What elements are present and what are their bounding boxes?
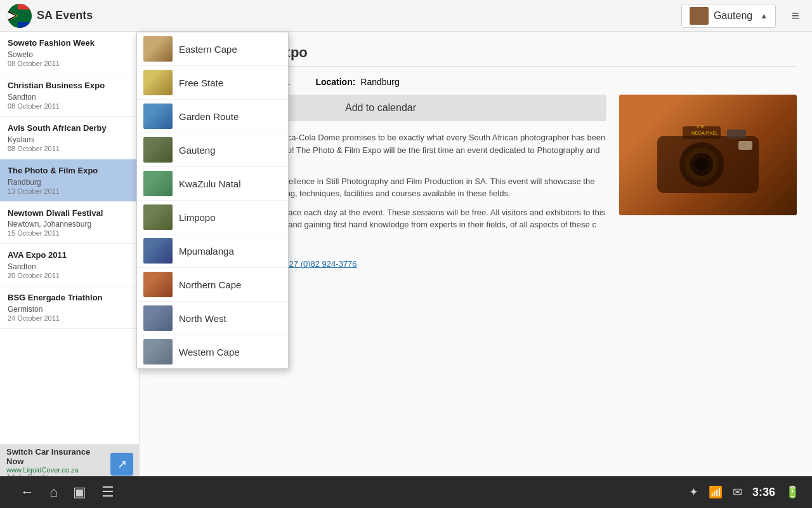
location-label-text: Location: (315, 77, 355, 87)
region-label-western-cape: Western Cape (179, 347, 240, 358)
event-location: Kyalami (8, 135, 131, 144)
bottom-bar: ← ⌂ ▣ ☰ ✦ 📶 ✉ 3:36 🔋 (0, 476, 812, 508)
detail-image-block: 2.8 MEGA PIXEL (619, 95, 797, 269)
event-title: Christian Business Expo (8, 81, 131, 91)
phone2-link[interactable]: +27 (0)82 924-3776 (284, 259, 357, 269)
ad-title: Switch Car Insurance Now (6, 447, 105, 466)
region-selector[interactable]: Gauteng ▲ (681, 4, 776, 28)
svg-rect-3 (18, 4, 32, 10)
svg-text:2.8: 2.8 (697, 124, 704, 130)
event-title: Newtown Diwali Festival (8, 208, 131, 219)
dropdown-item-eastern-cape[interactable]: Eastern Cape (137, 32, 288, 66)
android-icon: ✦ (689, 485, 698, 499)
location-value: Randburg (360, 77, 400, 87)
event-item[interactable]: The Photo & Film ExpoRandburg13 October … (0, 159, 139, 202)
event-item[interactable]: AVA Expo 2011Sandton20 October 2011 (0, 244, 139, 286)
battery-icon: 🔋 (785, 485, 799, 499)
event-title: BSG Energade Triathlon (8, 293, 131, 304)
region-thumb-mpumalanga (143, 238, 173, 264)
event-date: 08 October 2011 (8, 102, 131, 110)
bottom-right-status: ✦ 📶 ✉ 3:36 🔋 (689, 485, 799, 499)
region-thumb-limpopo (143, 204, 173, 230)
dropdown-item-free-state[interactable]: Free State (137, 66, 288, 100)
dropdown-item-western-cape[interactable]: Western Cape (137, 335, 288, 368)
event-location: Sandton (8, 262, 131, 271)
event-item[interactable]: Christian Business ExpoSandton08 October… (0, 74, 139, 117)
event-date: 08 October 2011 (8, 145, 131, 152)
region-label-eastern-cape: Eastern Cape (179, 44, 237, 55)
region-thumb-northern-cape (143, 272, 173, 297)
menu-icon[interactable]: ≡ (786, 5, 804, 27)
region-label-mpumalanga: Mpumalanga (179, 246, 234, 257)
dropdown-item-gauteng[interactable]: Gauteng (137, 133, 288, 167)
ad-url: www.LiquidCover.co.za (6, 466, 105, 474)
app-icon (8, 4, 32, 28)
event-location: Sandton (8, 93, 131, 102)
dropdown-arrow-icon: ▲ (760, 11, 768, 20)
region-label-garden-route: Garden Route (179, 111, 239, 122)
event-date: 13 October 2011 (8, 187, 131, 195)
ad-share-button[interactable]: ↗ (110, 453, 133, 476)
event-title: Avis South African Derby (8, 123, 131, 134)
menu-button[interactable]: ☰ (94, 481, 122, 503)
region-thumb-north-west (143, 305, 173, 331)
dropdown-item-limpopo[interactable]: Limpopo (137, 201, 288, 234)
svg-text:MEGA PIXEL: MEGA PIXEL (691, 131, 718, 135)
recent-apps-button[interactable]: ▣ (65, 481, 94, 503)
region-thumb-garden-route (143, 104, 173, 129)
location-label: Location: Randburg (315, 77, 399, 87)
home-button[interactable]: ⌂ (42, 481, 65, 503)
region-thumbnail (690, 7, 709, 25)
region-label-free-state: Free State (179, 77, 223, 88)
event-item[interactable]: BSG Energade TriathlonGermiston24 Octobe… (0, 286, 139, 329)
svg-point-11 (695, 158, 708, 171)
email-icon: ✉ (733, 485, 742, 499)
main-area: Soweto Fashion WeekSoweto08 October 2011… (0, 32, 812, 483)
event-date: 20 October 2011 (8, 272, 131, 279)
dropdown-item-kwazulu-natal[interactable]: KwaZulu Natal (137, 167, 288, 201)
region-label-north-west: North West (179, 313, 226, 324)
signal-icon: 📶 (709, 485, 723, 499)
event-date: 08 October 2011 (8, 60, 131, 67)
event-location: Soweto (8, 50, 131, 59)
region-thumb-western-cape (143, 339, 173, 364)
region-label-limpopo: Limpopo (179, 212, 216, 223)
event-title: AVA Expo 2011 (8, 250, 131, 261)
event-item[interactable]: Newtown Diwali FestivalNewtown, Johannes… (0, 202, 139, 244)
svg-rect-4 (18, 22, 32, 28)
event-date: 15 October 2011 (8, 229, 131, 237)
region-thumb-free-state (143, 70, 173, 95)
region-label-gauteng: Gauteng (179, 145, 216, 156)
region-label-northern-cape: Northern Cape (179, 279, 241, 290)
event-location: Germiston (8, 305, 131, 314)
app-title: SA Events (37, 9, 359, 22)
dropdown-item-mpumalanga[interactable]: Mpumalanga (137, 234, 288, 268)
event-title: Soweto Fashion Week (8, 38, 131, 49)
region-dropdown: Eastern CapeFree StateGarden RouteGauten… (136, 32, 289, 369)
region-label-kwazulu-natal: KwaZulu Natal (179, 178, 241, 189)
sidebar-container: Soweto Fashion WeekSoweto08 October 2011… (0, 32, 140, 483)
dropdown-item-north-west[interactable]: North West (137, 302, 288, 335)
region-thumb-eastern-cape (143, 36, 173, 62)
time-display: 3:36 (752, 486, 775, 499)
region-thumb-kwazulu-natal (143, 171, 173, 196)
event-item[interactable]: Soweto Fashion WeekSoweto08 October 2011 (0, 32, 139, 74)
event-image: 2.8 MEGA PIXEL (619, 95, 797, 215)
event-location: Randburg (8, 178, 131, 187)
event-title: The Photo & Film Expo (8, 166, 131, 177)
event-location: Newtown, Johannesburg (8, 220, 131, 229)
region-thumb-gauteng (143, 137, 173, 163)
back-button[interactable]: ← (13, 481, 42, 503)
event-item[interactable]: Avis South African DerbyKyalami08 Octobe… (0, 117, 139, 159)
top-bar: SA Events Gauteng ▲ ≡ (0, 0, 812, 32)
svg-rect-12 (738, 141, 752, 150)
dropdown-item-garden-route[interactable]: Garden Route (137, 100, 288, 133)
region-name: Gauteng (714, 10, 752, 22)
svg-rect-13 (727, 130, 746, 138)
event-date: 24 October 2011 (8, 314, 131, 322)
event-list: Soweto Fashion WeekSoweto08 October 2011… (0, 32, 140, 444)
dropdown-item-northern-cape[interactable]: Northern Cape (137, 268, 288, 302)
